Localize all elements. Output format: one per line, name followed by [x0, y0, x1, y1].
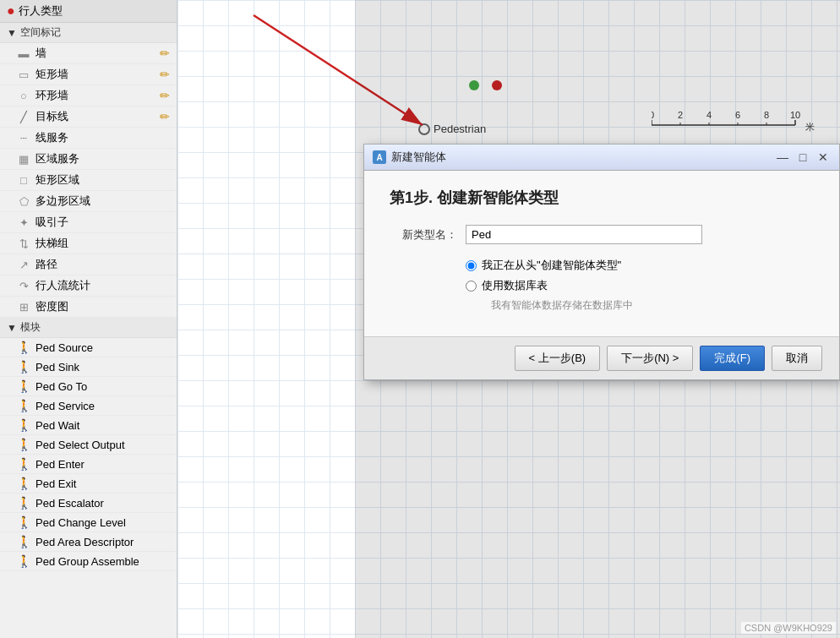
- sidebar-item-ped-select-output[interactable]: 🚶 Ped Select Output: [0, 435, 177, 455]
- edit-icon-circle-wall[interactable]: ✏: [160, 89, 170, 102]
- radio-create-input[interactable]: [466, 260, 477, 271]
- radio-use-database[interactable]: 使用数据库表: [466, 278, 814, 293]
- dialog-minimize-button[interactable]: —: [775, 150, 790, 165]
- edit-icon-rect-wall[interactable]: ✏: [160, 68, 170, 81]
- density-icon: ⊞: [17, 300, 30, 314]
- section-modules[interactable]: ▼ 模块: [0, 318, 177, 338]
- dialog-footer: < 上一步(B) 下一步(N) > 完成(F) 取消: [364, 336, 839, 379]
- sidebar-item-label: 矩形墙: [35, 67, 68, 82]
- sidebar-item-ped-change-level[interactable]: 🚶 Ped Change Level: [0, 513, 177, 532]
- collapse-icon-spatial: ▼: [7, 27, 17, 39]
- dialog-close-button[interactable]: ✕: [815, 150, 831, 165]
- sidebar-top-header[interactable]: ● 行人类型: [0, 0, 177, 23]
- dialog-overlay: A 新建智能体 — □ ✕ 第1步. 创建新智能体类型 新类型名： 我正在从头"…: [355, 0, 840, 638]
- dialog-title-icon: A: [373, 150, 386, 164]
- sidebar-item-label: 行人流统计: [35, 278, 90, 293]
- section-modules-label: 模块: [20, 320, 41, 335]
- new-agent-dialog: A 新建智能体 — □ ✕ 第1步. 创建新智能体类型 新类型名： 我正在从头"…: [363, 144, 840, 380]
- ped-select-output-icon: 🚶: [17, 438, 30, 451]
- sidebar-item-line-service[interactable]: ┄ 线服务: [0, 128, 177, 149]
- dialog-step-title: 第1步. 创建新智能体类型: [390, 188, 814, 208]
- sidebar-item-label: 吸引子: [35, 215, 68, 230]
- radio-create-from-scratch[interactable]: 我正在从头"创建智能体类型": [466, 258, 814, 273]
- sidebar-item-ped-wait[interactable]: 🚶 Ped Wait: [0, 416, 177, 435]
- sidebar-item-label: Ped Select Output: [35, 439, 125, 451]
- sidebar-item-ped-service[interactable]: 🚶 Ped Service: [0, 396, 177, 416]
- sidebar-item-flow-stat[interactable]: ↷ 行人流统计: [0, 275, 177, 297]
- sidebar-item-ped-goto[interactable]: 🚶 Ped Go To: [0, 377, 177, 396]
- sidebar-item-label: 多边形区域: [35, 194, 90, 209]
- ped-service-icon: 🚶: [17, 399, 30, 412]
- finish-button[interactable]: 完成(F): [700, 346, 765, 371]
- radio-create-label: 我正在从头"创建智能体类型": [482, 258, 621, 273]
- edit-icon-wall[interactable]: ✏: [160, 46, 170, 60]
- sidebar-item-area-service[interactable]: ▦ 区域服务: [0, 149, 177, 170]
- sidebar-item-label: Ped Group Assemble: [35, 555, 139, 568]
- sidebar-item-label: Ped Escalator: [35, 497, 104, 510]
- sidebar-item-ped-sink[interactable]: 🚶 Ped Sink: [0, 357, 177, 377]
- ped-escalator-icon: 🚶: [17, 496, 30, 510]
- sidebar-item-ped-source[interactable]: 🚶 Ped Source: [0, 338, 177, 357]
- sidebar-item-wall[interactable]: ▬ 墙 ✏: [0, 43, 177, 64]
- ped-source-icon: 🚶: [17, 341, 30, 354]
- target-line-icon: ╱: [17, 110, 30, 123]
- collapse-icon-modules: ▼: [7, 322, 17, 334]
- sidebar-item-label: Ped Enter: [35, 458, 85, 471]
- sidebar-item-ped-enter[interactable]: 🚶 Ped Enter: [0, 455, 177, 474]
- flow-stat-icon: ↷: [17, 279, 30, 292]
- sidebar-item-label: Ped Exit: [35, 477, 76, 490]
- next-button[interactable]: 下一步(N) >: [607, 346, 693, 371]
- sidebar-item-rect-wall[interactable]: ▭ 矩形墙 ✏: [0, 64, 177, 85]
- attractor-icon: ✦: [17, 215, 30, 229]
- sidebar-item-label: 矩形区域: [35, 172, 79, 188]
- sidebar-item-label: 路径: [35, 257, 57, 272]
- radio-database-subtitle: 我有智能体数据存储在数据库中: [491, 298, 814, 313]
- sidebar-item-label: Ped Go To: [35, 380, 87, 393]
- section-spatial-label: 空间标记: [20, 25, 61, 40]
- sidebar-item-label: 区域服务: [35, 151, 79, 166]
- dialog-title-text: 新建智能体: [391, 150, 770, 165]
- sidebar-item-density[interactable]: ⊞ 密度图: [0, 297, 177, 318]
- sidebar-item-label: Ped Service: [35, 400, 95, 412]
- sidebar-top-label: 行人类型: [19, 3, 63, 19]
- ped-group-assemble-icon: 🚶: [17, 554, 30, 568]
- radio-database-input[interactable]: [466, 281, 477, 292]
- sidebar-item-label: 扶梯组: [35, 236, 68, 251]
- rect-area-icon: □: [17, 173, 30, 187]
- path-icon: ↗: [17, 258, 30, 271]
- ped-enter-icon: 🚶: [17, 457, 30, 471]
- sidebar-item-attractor[interactable]: ✦ 吸引子: [0, 212, 177, 233]
- cancel-button[interactable]: 取消: [772, 346, 822, 371]
- sidebar-item-label: Ped Sink: [35, 361, 79, 374]
- sidebar-item-ped-exit[interactable]: 🚶 Ped Exit: [0, 474, 177, 493]
- sidebar-item-polygon-area[interactable]: ⬠ 多边形区域: [0, 191, 177, 212]
- sidebar-item-path[interactable]: ↗ 路径: [0, 254, 177, 275]
- sidebar-item-label: 线服务: [35, 130, 68, 145]
- section-spatial[interactable]: ▼ 空间标记: [0, 23, 177, 43]
- sidebar-item-ped-area-descriptor[interactable]: 🚶 Ped Area Descriptor: [0, 532, 177, 552]
- sidebar-item-ped-group-assemble[interactable]: 🚶 Ped Group Assemble: [0, 552, 177, 571]
- sidebar-item-target-line[interactable]: ╱ 目标线 ✏: [0, 106, 177, 128]
- sidebar-item-rect-area[interactable]: □ 矩形区域: [0, 170, 177, 191]
- back-button[interactable]: < 上一步(B): [515, 346, 601, 371]
- dialog-restore-button[interactable]: □: [795, 150, 810, 165]
- agent-type-name-input[interactable]: [466, 225, 702, 244]
- edit-icon-target-line[interactable]: ✏: [160, 110, 170, 123]
- dialog-titlebar: A 新建智能体 — □ ✕: [364, 145, 839, 171]
- line-service-icon: ┄: [17, 131, 30, 145]
- escalator-icon: ⇅: [17, 237, 30, 250]
- sidebar-item-ped-escalator[interactable]: 🚶 Ped Escalator: [0, 493, 177, 513]
- sidebar-item-label: 目标线: [35, 109, 68, 124]
- ped-exit-icon: 🚶: [17, 477, 30, 490]
- sidebar-item-circle-wall[interactable]: ○ 环形墙 ✏: [0, 85, 177, 106]
- sidebar-item-label: Ped Wait: [35, 419, 79, 432]
- wall-icon: ▬: [17, 46, 30, 60]
- sidebar-item-label: Ped Change Level: [35, 516, 126, 529]
- sidebar-item-escalator[interactable]: ⇅ 扶梯组: [0, 233, 177, 254]
- polygon-area-icon: ⬠: [17, 194, 30, 208]
- sidebar-item-label: 环形墙: [35, 88, 68, 103]
- circle-wall-icon: ○: [17, 89, 30, 102]
- ped-change-level-icon: 🚶: [17, 515, 30, 529]
- sidebar-item-label: Ped Source: [35, 341, 93, 354]
- area-service-icon: ▦: [17, 152, 30, 166]
